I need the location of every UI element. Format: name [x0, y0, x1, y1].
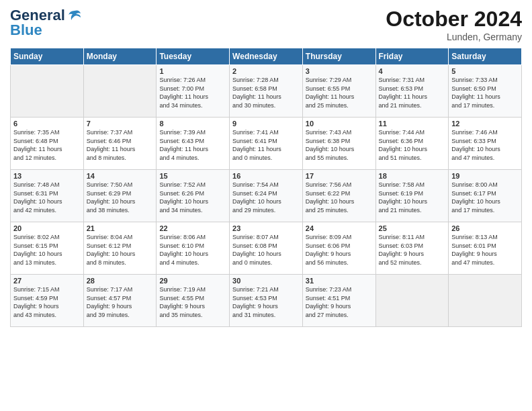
day-info: Sunrise: 7:17 AM Sunset: 4:57 PM Dayligh… [87, 285, 154, 319]
col-wednesday: Wednesday [230, 48, 303, 65]
day-number: 13 [13, 172, 81, 180]
day-number: 29 [159, 277, 226, 285]
col-friday: Friday [375, 48, 449, 65]
day-info: Sunrise: 7:52 AM Sunset: 6:26 PM Dayligh… [159, 181, 226, 214]
day-info: Sunrise: 7:35 AM Sunset: 6:48 PM Dayligh… [13, 128, 81, 162]
cell-day: 14Sunrise: 7:50 AM Sunset: 6:29 PM Dayli… [83, 170, 157, 222]
week-row-3: 13Sunrise: 7:48 AM Sunset: 6:31 PM Dayli… [11, 170, 522, 222]
cell-day: 24Sunrise: 8:09 AM Sunset: 6:06 PM Dayli… [302, 222, 375, 275]
cell-day: 10Sunrise: 7:43 AM Sunset: 6:38 PM Dayli… [302, 118, 375, 170]
location: Lunden, Germany [386, 32, 522, 42]
col-tuesday: Tuesday [157, 48, 230, 65]
day-info: Sunrise: 8:11 AM Sunset: 6:03 PM Dayligh… [379, 233, 446, 267]
day-info: Sunrise: 7:26 AM Sunset: 7:00 PM Dayligh… [159, 76, 226, 109]
day-number: 25 [379, 224, 446, 232]
cell-day: 3Sunrise: 7:29 AM Sunset: 6:55 PM Daylig… [302, 65, 375, 118]
day-number: 27 [13, 277, 81, 285]
header-row: Sunday Monday Tuesday Wednesday Thursday… [11, 48, 522, 65]
day-info: Sunrise: 8:07 AM Sunset: 6:08 PM Dayligh… [232, 233, 300, 267]
cell-day: 5Sunrise: 7:33 AM Sunset: 6:50 PM Daylig… [449, 65, 522, 118]
cell-day [11, 65, 84, 118]
day-info: Sunrise: 7:31 AM Sunset: 6:53 PM Dayligh… [379, 76, 446, 109]
day-info: Sunrise: 8:13 AM Sunset: 6:01 PM Dayligh… [451, 233, 519, 267]
month-title: October 2024 [386, 7, 522, 32]
cell-day: 4Sunrise: 7:31 AM Sunset: 6:53 PM Daylig… [375, 65, 449, 118]
col-saturday: Saturday [449, 48, 522, 65]
cell-day: 1Sunrise: 7:26 AM Sunset: 7:00 PM Daylig… [157, 65, 230, 118]
cell-day: 19Sunrise: 8:00 AM Sunset: 6:17 PM Dayli… [449, 170, 522, 222]
day-number: 30 [232, 277, 300, 285]
day-info: Sunrise: 7:15 AM Sunset: 4:59 PM Dayligh… [13, 285, 81, 319]
day-info: Sunrise: 7:48 AM Sunset: 6:31 PM Dayligh… [13, 181, 81, 214]
day-info: Sunrise: 7:56 AM Sunset: 6:22 PM Dayligh… [306, 181, 373, 214]
week-row-1: 1Sunrise: 7:26 AM Sunset: 7:00 PM Daylig… [11, 65, 522, 118]
day-number: 21 [87, 224, 154, 232]
week-row-5: 27Sunrise: 7:15 AM Sunset: 4:59 PM Dayli… [11, 275, 522, 327]
cell-day: 20Sunrise: 8:02 AM Sunset: 6:15 PM Dayli… [11, 222, 84, 275]
cell-day: 30Sunrise: 7:21 AM Sunset: 4:53 PM Dayli… [230, 275, 303, 327]
day-info: Sunrise: 7:39 AM Sunset: 6:43 PM Dayligh… [159, 128, 226, 162]
day-number: 17 [306, 172, 373, 180]
day-info: Sunrise: 8:06 AM Sunset: 6:10 PM Dayligh… [159, 233, 226, 267]
day-info: Sunrise: 7:50 AM Sunset: 6:29 PM Dayligh… [87, 181, 154, 214]
week-row-4: 20Sunrise: 8:02 AM Sunset: 6:15 PM Dayli… [11, 222, 522, 275]
cell-day: 11Sunrise: 7:44 AM Sunset: 6:36 PM Dayli… [375, 118, 449, 170]
day-info: Sunrise: 7:37 AM Sunset: 6:46 PM Dayligh… [87, 128, 154, 162]
day-number: 4 [379, 67, 446, 75]
cell-day: 2Sunrise: 7:28 AM Sunset: 6:58 PM Daylig… [230, 65, 303, 118]
day-number: 12 [451, 120, 519, 128]
day-number: 15 [159, 172, 226, 180]
day-info: Sunrise: 7:54 AM Sunset: 6:24 PM Dayligh… [232, 181, 300, 214]
day-info: Sunrise: 7:44 AM Sunset: 6:36 PM Dayligh… [379, 128, 446, 162]
col-monday: Monday [83, 48, 157, 65]
day-info: Sunrise: 7:43 AM Sunset: 6:38 PM Dayligh… [306, 128, 373, 162]
day-info: Sunrise: 7:19 AM Sunset: 4:55 PM Dayligh… [159, 285, 226, 319]
day-info: Sunrise: 8:04 AM Sunset: 6:12 PM Dayligh… [87, 233, 154, 267]
cell-day: 12Sunrise: 7:46 AM Sunset: 6:33 PM Dayli… [449, 118, 522, 170]
cell-day: 23Sunrise: 8:07 AM Sunset: 6:08 PM Dayli… [230, 222, 303, 275]
day-number: 10 [306, 120, 373, 128]
day-number: 16 [232, 172, 300, 180]
cell-day: 26Sunrise: 8:13 AM Sunset: 6:01 PM Dayli… [449, 222, 522, 275]
day-info: Sunrise: 7:41 AM Sunset: 6:41 PM Dayligh… [232, 128, 300, 162]
day-number: 6 [13, 120, 81, 128]
page-header: General Blue October 2024 Lunden, German… [10, 7, 522, 42]
day-number: 19 [451, 172, 519, 180]
day-info: Sunrise: 8:00 AM Sunset: 6:17 PM Dayligh… [451, 181, 519, 214]
calendar-table: Sunday Monday Tuesday Wednesday Thursday… [10, 48, 522, 327]
cell-day [375, 275, 449, 327]
cell-day: 15Sunrise: 7:52 AM Sunset: 6:26 PM Dayli… [157, 170, 230, 222]
day-info: Sunrise: 7:23 AM Sunset: 4:51 PM Dayligh… [306, 285, 373, 319]
cell-day: 13Sunrise: 7:48 AM Sunset: 6:31 PM Dayli… [11, 170, 84, 222]
day-number: 7 [87, 120, 154, 128]
day-info: Sunrise: 7:46 AM Sunset: 6:33 PM Dayligh… [451, 128, 519, 162]
week-row-2: 6Sunrise: 7:35 AM Sunset: 6:48 PM Daylig… [11, 118, 522, 170]
day-info: Sunrise: 7:33 AM Sunset: 6:50 PM Dayligh… [451, 76, 519, 109]
day-info: Sunrise: 7:58 AM Sunset: 6:19 PM Dayligh… [379, 181, 446, 214]
day-number: 14 [87, 172, 154, 180]
day-number: 24 [306, 224, 373, 232]
day-info: Sunrise: 7:28 AM Sunset: 6:58 PM Dayligh… [232, 76, 300, 109]
day-number: 8 [159, 120, 226, 128]
day-number: 18 [379, 172, 446, 180]
cell-day: 31Sunrise: 7:23 AM Sunset: 4:51 PM Dayli… [302, 275, 375, 327]
cell-day: 21Sunrise: 8:04 AM Sunset: 6:12 PM Dayli… [83, 222, 157, 275]
cell-day [449, 275, 522, 327]
cell-day: 7Sunrise: 7:37 AM Sunset: 6:46 PM Daylig… [83, 118, 157, 170]
page-container: General Blue October 2024 Lunden, German… [0, 0, 532, 330]
day-number: 31 [306, 277, 373, 285]
cell-day: 16Sunrise: 7:54 AM Sunset: 6:24 PM Dayli… [230, 170, 303, 222]
cell-day: 18Sunrise: 7:58 AM Sunset: 6:19 PM Dayli… [375, 170, 449, 222]
cell-day: 27Sunrise: 7:15 AM Sunset: 4:59 PM Dayli… [11, 275, 84, 327]
day-info: Sunrise: 8:02 AM Sunset: 6:15 PM Dayligh… [13, 233, 81, 267]
day-number: 2 [232, 67, 300, 75]
day-info: Sunrise: 8:09 AM Sunset: 6:06 PM Dayligh… [306, 233, 373, 267]
title-section: October 2024 Lunden, Germany [386, 7, 522, 42]
cell-day: 22Sunrise: 8:06 AM Sunset: 6:10 PM Dayli… [157, 222, 230, 275]
day-number: 23 [232, 224, 300, 232]
day-number: 3 [306, 67, 373, 75]
day-number: 1 [159, 67, 226, 75]
cell-day: 29Sunrise: 7:19 AM Sunset: 4:55 PM Dayli… [157, 275, 230, 327]
day-number: 22 [159, 224, 226, 232]
cell-day: 6Sunrise: 7:35 AM Sunset: 6:48 PM Daylig… [11, 118, 84, 170]
